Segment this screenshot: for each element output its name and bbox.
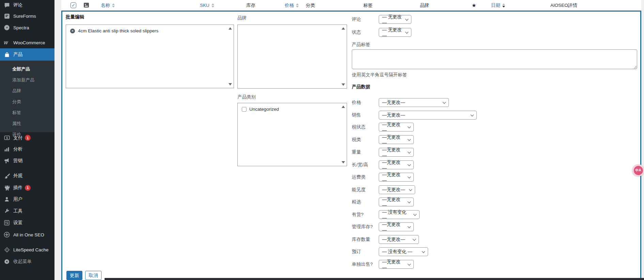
- scroll-up-arrow-icon[interactable]: [342, 27, 345, 30]
- column-header-brands: 品牌: [420, 0, 429, 11]
- update-button[interactable]: 更新: [66, 271, 82, 280]
- dimensions-select[interactable]: —无更改—: [379, 160, 414, 169]
- chevron-down-icon: [408, 125, 411, 128]
- submenu-all-products[interactable]: 全部产品: [0, 64, 54, 75]
- language-switcher-icon[interactable]: 中A: [632, 164, 644, 176]
- visibility-select[interactable]: —无更改—: [379, 185, 415, 194]
- submenu-categories[interactable]: 分类: [0, 96, 54, 107]
- manage-stock-select[interactable]: —无更改—: [379, 222, 414, 231]
- field-row-featured: 精选 —无更改—: [352, 198, 414, 206]
- sidebar-item-litespeed-cache[interactable]: LiteSpeed Cache: [0, 244, 54, 255]
- chevron-down-icon: [408, 225, 411, 228]
- admin-sidebar: 评论 SureForms Spectra W WooCommerce 产品 全部…: [0, 0, 54, 280]
- backorders-select[interactable]: — 没有变化 —: [379, 247, 428, 256]
- tax-status-select[interactable]: —无更改—: [379, 123, 414, 131]
- wordpress-admin-screen: 评论 SureForms Spectra W WooCommerce 产品 全部…: [0, 0, 644, 280]
- sidebar-item-products[interactable]: 产品: [0, 48, 54, 61]
- svg-text:W: W: [4, 40, 9, 45]
- sidebar-item-sureforms[interactable]: SureForms: [0, 10, 54, 22]
- selected-products-listbox[interactable]: ✕ 4cm Elastic anti slip thick soled slip…: [66, 25, 234, 88]
- sort-icons: [112, 3, 115, 7]
- marketing-icon: [3, 157, 10, 164]
- category-label: Uncategorized: [249, 107, 279, 112]
- sidebar-item-all-in-one-seo[interactable]: All in One SEO: [0, 229, 54, 240]
- column-header-sku[interactable]: SKU: [200, 0, 214, 11]
- sidebar-item-marketing[interactable]: 营销: [0, 155, 54, 167]
- field-row-dimensions: 长/宽/高 —无更改—: [352, 160, 414, 169]
- chevron-down-icon: [413, 213, 417, 216]
- brands-label: 品牌: [237, 15, 247, 21]
- chevron-down-icon: [408, 200, 411, 203]
- check-icon: ✓: [72, 3, 75, 8]
- scroll-down-arrow-icon[interactable]: [342, 161, 345, 164]
- chevron-down-icon: [471, 113, 474, 116]
- sort-icons: [211, 3, 214, 7]
- submenu-attributes[interactable]: 属性: [0, 118, 54, 129]
- products-table-header: ✓ 名称 SKU 库存 价格 分类 标签 品牌 ★ 日期: [61, 0, 641, 11]
- select-all-checkbox[interactable]: ✓: [70, 2, 76, 8]
- scroll-up-arrow-icon[interactable]: [229, 27, 232, 30]
- price-select[interactable]: —无更改—: [379, 98, 449, 107]
- submenu-brands[interactable]: 品牌: [0, 85, 54, 96]
- scroll-down-arrow-icon[interactable]: [342, 83, 345, 86]
- column-header-date[interactable]: 日期: [491, 0, 505, 11]
- scroll-down-arrow-icon[interactable]: [229, 83, 232, 85]
- weight-select[interactable]: —无更改—: [379, 148, 414, 157]
- chevron-down-icon: [408, 262, 411, 266]
- category-item: Uncategorized: [242, 107, 279, 112]
- sidebar-item-users[interactable]: 用户: [0, 193, 54, 205]
- sidebar-item-analytics[interactable]: 分析: [0, 143, 54, 155]
- stock-qty-select[interactable]: —无更改—: [379, 235, 419, 244]
- product-categories-label: 产品类别: [237, 94, 256, 100]
- cancel-button[interactable]: 取消: [85, 271, 101, 280]
- product-tags-label: 产品标签: [352, 42, 370, 48]
- chevron-down-icon: [408, 150, 411, 154]
- field-row-in-stock: 有货? — 没有变化 —: [352, 210, 420, 219]
- scroll-up-arrow-icon[interactable]: [342, 106, 345, 108]
- column-header-stock: 库存: [246, 0, 255, 11]
- sidebar-item-spectra[interactable]: Spectra: [0, 22, 54, 33]
- sidebar-item-woocommerce[interactable]: W WooCommerce: [0, 37, 54, 48]
- status-select[interactable]: — 无更改 —: [379, 28, 411, 37]
- sidebar-item-tools[interactable]: 工具: [0, 205, 54, 217]
- featured-select[interactable]: —无更改—: [379, 198, 414, 206]
- sidebar-item-plugins[interactable]: 插件 1: [0, 182, 54, 193]
- bulk-edit-outline-right: [640, 11, 641, 280]
- sold-individually-select[interactable]: —无更改—: [379, 260, 414, 269]
- product-data-heading: 产品数据: [352, 84, 370, 90]
- sidebar-item-collapse-menu[interactable]: 收起菜单: [0, 256, 54, 267]
- product-tags-textarea[interactable]: [352, 49, 637, 69]
- selected-product-item: ✕ 4cm Elastic anti slip thick soled slip…: [70, 28, 158, 33]
- woocommerce-icon: W: [3, 39, 10, 46]
- field-row-stock-qty: 库存数量 —无更改—: [352, 235, 419, 244]
- comments-icon: [3, 2, 10, 9]
- sidebar-item-appearance[interactable]: 外观: [0, 170, 54, 182]
- sale-select[interactable]: —无更改—: [379, 111, 477, 120]
- submenu-reviews[interactable]: 评价: [0, 129, 54, 140]
- column-header-tags: 标签: [363, 0, 373, 11]
- sidebar-item-comments[interactable]: 评论: [0, 0, 54, 10]
- settings-icon: [3, 219, 10, 226]
- in-stock-select[interactable]: — 没有变化 —: [379, 210, 420, 219]
- column-header-name[interactable]: 名称: [101, 0, 115, 11]
- brands-listbox[interactable]: [237, 25, 347, 89]
- field-row-visibility: 能见度 —无更改—: [352, 185, 415, 194]
- field-row-sale: 销售 —无更改—: [352, 111, 477, 120]
- tax-class-select[interactable]: —无更改—: [379, 135, 414, 144]
- sidebar-item-settings[interactable]: 设置: [0, 217, 54, 229]
- uncategorized-checkbox[interactable]: [242, 107, 247, 112]
- comments-select[interactable]: — 无更改 —: [379, 15, 411, 24]
- submenu-add-new-product[interactable]: 添加新产品: [0, 75, 54, 85]
- product-categories-listbox[interactable]: Uncategorized: [237, 103, 347, 166]
- product-tags-help-text: 使用英文半角逗号隔开标签: [352, 72, 407, 78]
- tools-icon: [3, 208, 10, 215]
- field-row-price: 价格 —无更改—: [352, 98, 449, 107]
- bottom-bar: [105, 278, 644, 280]
- shipping-class-select[interactable]: —无更改—: [379, 173, 414, 182]
- submenu-tags[interactable]: 标签: [0, 107, 54, 118]
- aioseo-icon: [3, 231, 10, 238]
- column-header-price[interactable]: 价格: [285, 0, 299, 11]
- remove-product-icon[interactable]: ✕: [70, 29, 75, 33]
- field-row-shipping-class: 运费类 —无更改—: [352, 173, 414, 182]
- litespeed-icon: [3, 246, 10, 253]
